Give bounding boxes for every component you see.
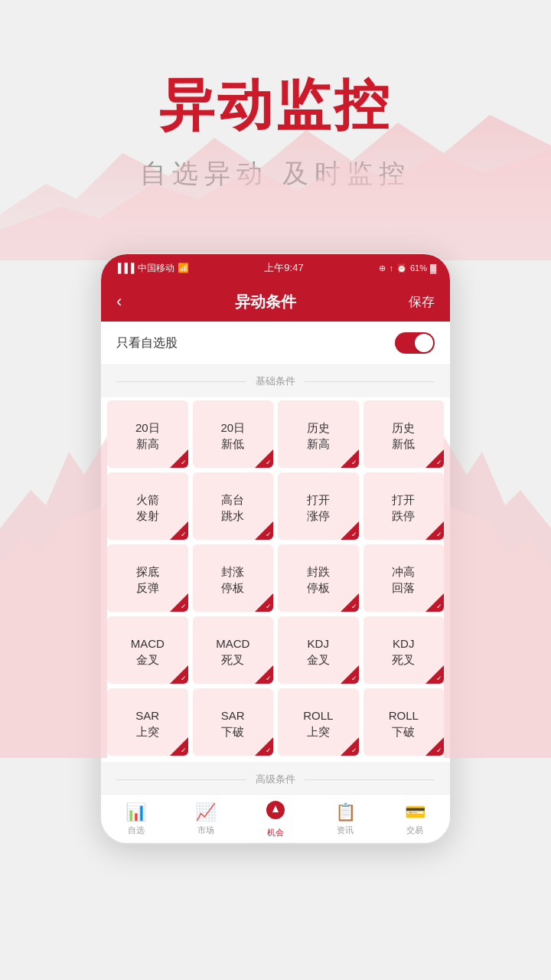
basic-section-divider: 基础条件	[101, 365, 450, 397]
check-mark-uplb: ✓	[266, 603, 272, 610]
toggle-row: 只看自选股	[101, 322, 450, 365]
divider-line-right	[305, 381, 435, 382]
left-mountain	[0, 299, 107, 758]
app-header: ‹ 异动条件 保存	[101, 282, 450, 322]
grid-item-text-kdjd: KDJ死叉	[392, 635, 415, 668]
check-mark-hh: ✓	[351, 459, 357, 466]
grid-item-text-div: 高台跳水	[221, 492, 244, 524]
adv-divider-line-right	[305, 779, 435, 780]
grid-item-text-dnlb: 封跌停板	[307, 564, 330, 596]
check-mark-dnlb: ✓	[351, 603, 357, 610]
grid-item-rkt[interactable]: 火箭发射 ✓	[107, 472, 188, 540]
check-mark-macdd: ✓	[266, 675, 272, 682]
grid-item-d20h[interactable]: 20日新高 ✓	[107, 400, 188, 468]
grid-item-text-bot: 探底反弹	[136, 564, 159, 596]
grid-item-rolld[interactable]: ROLL下破 ✓	[364, 688, 445, 756]
header-title: 异动条件	[235, 292, 296, 312]
grid-item-text-d20h: 20日新高	[135, 420, 160, 452]
grid-item-text-macdd: MACD死叉	[216, 635, 249, 668]
grid-item-saru[interactable]: SAR上突 ✓	[107, 688, 188, 756]
grid-item-text-dnlim: 打开跌停	[392, 492, 415, 524]
check-mark-div: ✓	[266, 531, 272, 538]
mountain-bg-svg	[0, 107, 551, 260]
grid-item-hh[interactable]: 历史新高 ✓	[278, 400, 359, 468]
toggle-switch[interactable]	[395, 332, 435, 354]
bottom-nav: 📊自选📈市场机会📋资讯💳交易	[101, 794, 450, 843]
grid-item-text-macdg: MACD金叉	[131, 635, 165, 668]
grid-item-text-top: 冲高回落	[392, 564, 415, 596]
basic-section-label: 基础条件	[256, 374, 295, 388]
alarm-icon: ⏰	[396, 263, 407, 273]
status-bar: ▐▐▐ 中国移动 📶 上午9:47 ⊕ ↑ ⏰ 61% ▓	[101, 254, 450, 282]
check-mark-d20h: ✓	[181, 459, 187, 466]
grid-item-bot[interactable]: 探底反弹 ✓	[107, 544, 188, 612]
grid-item-dnlim[interactable]: 打开跌停 ✓	[364, 472, 445, 540]
nav-label-opportunity: 机会	[267, 827, 284, 838]
grid-item-text-sard: SAR下破	[221, 707, 245, 740]
grid-item-macdg[interactable]: MACD金叉 ✓	[107, 616, 188, 684]
check-mark-bot: ✓	[181, 603, 187, 610]
carrier-name: 中国移动	[138, 262, 174, 275]
grid-item-kdjg[interactable]: KDJ金叉 ✓	[278, 616, 359, 684]
check-mark-sard: ✓	[266, 747, 272, 754]
check-mark-kdjg: ✓	[351, 675, 357, 682]
grid-item-d20l[interactable]: 20日新低 ✓	[193, 400, 274, 468]
check-mark-rolld: ✓	[436, 747, 442, 754]
status-time: 上午9:47	[264, 261, 303, 275]
grid-item-text-rollu: ROLL上突	[303, 707, 333, 740]
nav-label-trade: 交易	[406, 825, 423, 836]
grid-item-rollu[interactable]: ROLL上突 ✓	[278, 688, 359, 756]
grid-item-text-rolld: ROLL下破	[389, 707, 419, 740]
right-mountain	[444, 299, 551, 758]
grid-item-uplim[interactable]: 打开涨停 ✓	[278, 472, 359, 540]
grid-item-hl[interactable]: 历史新低 ✓	[364, 400, 445, 468]
page-container: 异动监控 自选异动 及时监控	[0, 0, 551, 980]
grid-item-text-rkt: 火箭发射	[136, 492, 159, 524]
grid-item-text-hh: 历史新高	[307, 420, 330, 452]
nav-label-market: 市场	[197, 825, 214, 836]
advanced-section-label: 高级条件	[256, 773, 295, 786]
conditions-grid: 20日新高 ✓ 20日新低 ✓ 历史新高 ✓ 历史新低 ✓ 火箭发射 ✓ 高台跳…	[107, 400, 444, 756]
nav-item-opportunity[interactable]: 机会	[240, 795, 310, 843]
grid-item-sard[interactable]: SAR下破 ✓	[193, 688, 274, 756]
grid-item-uplb[interactable]: 封涨停板 ✓	[193, 544, 274, 612]
signal-icon: ▐▐▐	[115, 263, 135, 273]
grid-item-text-uplb: 封涨停板	[221, 564, 244, 596]
location-icon: ⊕	[379, 263, 386, 273]
check-mark-macdg: ✓	[181, 675, 187, 682]
grid-item-macdd[interactable]: MACD死叉 ✓	[193, 616, 274, 684]
toggle-knob	[415, 334, 433, 352]
nav-label-watchlist: 自选	[128, 825, 145, 836]
grid-item-text-kdjg: KDJ金叉	[307, 635, 330, 668]
check-mark-rollu: ✓	[351, 747, 357, 754]
check-mark-d20l: ✓	[266, 459, 272, 466]
save-button[interactable]: 保存	[409, 293, 435, 311]
battery-percent: 61%	[410, 263, 427, 273]
grid-item-text-d20l: 20日新低	[220, 420, 245, 452]
grid-item-text-saru: SAR上突	[135, 707, 159, 740]
toggle-label: 只看自选股	[116, 335, 178, 351]
grid-item-text-hl: 历史新低	[392, 420, 415, 452]
grid-item-div[interactable]: 高台跳水 ✓	[193, 472, 274, 540]
check-mark-top: ✓	[436, 603, 442, 610]
nav-item-news[interactable]: 📋资讯	[311, 795, 380, 843]
divider-line-left	[116, 381, 246, 382]
check-mark-rkt: ✓	[181, 531, 187, 538]
check-mark-dnlim: ✓	[436, 531, 442, 538]
status-left: ▐▐▐ 中国移动 📶	[115, 262, 189, 275]
nav-icon-watchlist: 📊	[126, 802, 146, 822]
grid-item-dnlb[interactable]: 封跌停板 ✓	[278, 544, 359, 612]
battery-bar: ▓	[430, 263, 436, 273]
grid-item-top[interactable]: 冲高回落 ✓	[364, 544, 445, 612]
nav-item-watchlist[interactable]: 📊自选	[101, 795, 171, 843]
nav-item-market[interactable]: 📈市场	[171, 795, 240, 843]
grid-item-text-uplim: 打开涨停	[307, 492, 330, 524]
nav-label-news: 资讯	[337, 825, 354, 836]
check-mark-saru: ✓	[181, 747, 187, 754]
nav-item-trade[interactable]: 💳交易	[380, 795, 450, 843]
back-button[interactable]: ‹	[116, 292, 122, 312]
nav-icon-trade: 💳	[405, 802, 425, 822]
adv-divider-line-left	[116, 779, 246, 780]
conditions-grid-wrapper: 20日新高 ✓ 20日新低 ✓ 历史新高 ✓ 历史新低 ✓ 火箭发射 ✓ 高台跳…	[101, 397, 450, 762]
grid-item-kdjd[interactable]: KDJ死叉 ✓	[364, 616, 445, 684]
